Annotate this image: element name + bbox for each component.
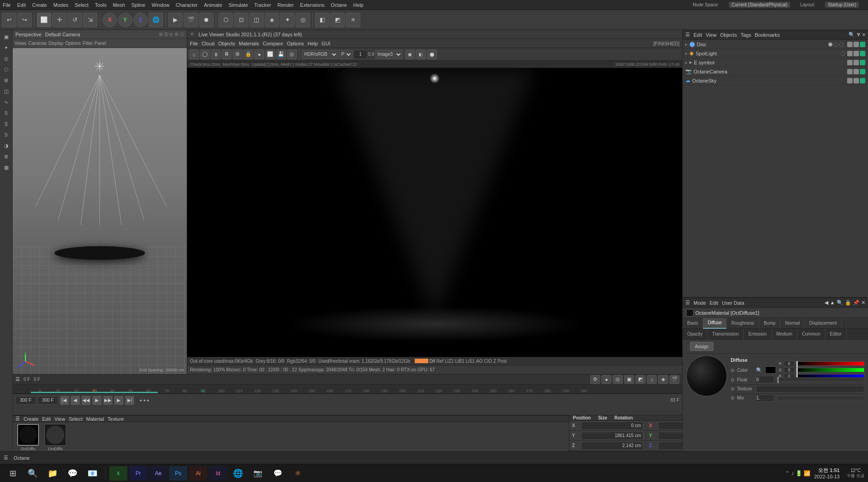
- oct-sphere[interactable]: ●: [254, 49, 264, 59]
- oct-frame[interactable]: ⬜: [265, 49, 275, 59]
- obj-mgr-bookmarks[interactable]: Bookmarks: [755, 32, 780, 38]
- start-frame-input[interactable]: [15, 396, 36, 404]
- world-btn[interactable]: 🌐: [149, 13, 163, 27]
- oct-rec6[interactable]: ⌂: [647, 375, 657, 384]
- viewport-mode[interactable]: Perspective: [15, 32, 41, 37]
- attr-color-radio[interactable]: ⊙: [731, 368, 734, 373]
- teams-button[interactable]: 💬: [63, 466, 82, 481]
- illustrator-button[interactable]: Ai: [189, 466, 207, 481]
- octane-menu-compare[interactable]: Compare: [262, 41, 283, 46]
- left-tool-3[interactable]: ⬡: [1, 64, 11, 74]
- octane-render-canvas[interactable]: [187, 68, 682, 357]
- attr-userdata-menu[interactable]: User Data: [722, 300, 745, 306]
- ch-post[interactable]: Post: [498, 359, 507, 364]
- r-slider-handle[interactable]: [796, 361, 798, 367]
- slack-button[interactable]: 💬: [269, 466, 287, 481]
- file-explorer-button[interactable]: 📁: [44, 466, 62, 481]
- light-btn[interactable]: ✦: [280, 13, 295, 27]
- menu-window[interactable]: Window: [152, 2, 170, 8]
- left-tool-2[interactable]: ◎: [1, 54, 11, 63]
- mat-menu-material[interactable]: Material: [86, 416, 104, 422]
- obj-search-icon[interactable]: 🔍: [849, 32, 855, 38]
- start-button[interactable]: ⊞: [4, 466, 22, 481]
- obj-filter-icon[interactable]: ⛛: [856, 32, 861, 38]
- excel-button[interactable]: X: [109, 466, 127, 481]
- mail-button[interactable]: 📧: [83, 466, 102, 481]
- deform-btn[interactable]: ◫: [249, 13, 264, 27]
- attr-edit-menu[interactable]: Edit: [710, 300, 718, 306]
- left-tool-7[interactable]: S: [1, 108, 11, 118]
- oct-rec7[interactable]: ◈: [658, 375, 668, 384]
- obj-mgr-objects[interactable]: Objects: [720, 32, 737, 38]
- menu-spline[interactable]: Spline: [131, 2, 145, 8]
- effector-btn[interactable]: ◈: [265, 13, 279, 27]
- obj-row-disc[interactable]: ▸ ⬤ Disc: [683, 40, 868, 49]
- pos-z-input[interactable]: [581, 442, 643, 450]
- cube-btn[interactable]: ⬡: [218, 13, 233, 27]
- tab-medium[interactable]: Medium: [772, 329, 798, 340]
- menu-file[interactable]: File: [3, 2, 11, 8]
- menu-extensions[interactable]: Extensions: [300, 2, 325, 8]
- hair-btn[interactable]: ≡: [346, 13, 360, 27]
- left-tool-10[interactable]: ◑: [1, 141, 11, 151]
- layout-value[interactable]: Startup (User): [825, 2, 859, 8]
- octane-menu-file[interactable]: File: [190, 41, 198, 46]
- anim-btn[interactable]: ⏺: [199, 13, 213, 27]
- oct-rec3[interactable]: ◎: [613, 375, 623, 384]
- chrome-button[interactable]: 🌐: [229, 466, 247, 481]
- ch-ao[interactable]: AO: [476, 359, 482, 364]
- x-axis-btn[interactable]: X: [102, 13, 117, 27]
- left-tool-6[interactable]: ∿: [1, 97, 11, 107]
- float-slider-handle[interactable]: [777, 377, 779, 383]
- octane-taskbar-button[interactable]: ⚛: [289, 466, 307, 481]
- ch-ref[interactable]: Ref: [436, 359, 444, 364]
- oct-rec5[interactable]: ◩: [635, 375, 645, 384]
- timeline-ruler[interactable]: 0 10 20 30 40 50 60 70 80 90 100 110 120…: [13, 385, 682, 394]
- render-btn[interactable]: ▶: [168, 13, 183, 27]
- tab-opacity[interactable]: Opacity: [683, 329, 708, 340]
- tab-diffuse[interactable]: Diffuse: [703, 318, 727, 329]
- octcam-vis[interactable]: [847, 69, 853, 74]
- obj-row-spotlight[interactable]: ▸ ◉ SpotLight: [683, 49, 868, 58]
- ch-liz1[interactable]: LIZ1: [445, 359, 454, 364]
- attr-mode-menu[interactable]: Mode: [693, 300, 706, 306]
- esym-vis[interactable]: [847, 60, 853, 65]
- attr-color-swatch[interactable]: [765, 366, 776, 374]
- timeline-menu-icon[interactable]: ☰: [15, 376, 20, 382]
- g-slider-handle[interactable]: [796, 367, 798, 374]
- octane-close-icon[interactable]: ✕: [190, 31, 194, 37]
- samples-input[interactable]: [354, 50, 367, 59]
- oct-save[interactable]: 💾: [276, 49, 286, 59]
- left-tool-0[interactable]: ▣: [1, 32, 11, 42]
- menu-tools[interactable]: Tools: [95, 2, 107, 8]
- render-mode-dropdown[interactable]: PT: [339, 50, 353, 59]
- g-gradient-bar[interactable]: [796, 368, 864, 372]
- size-x-input[interactable]: [658, 422, 682, 430]
- go-start-btn[interactable]: |◀: [60, 396, 69, 405]
- ch-lib1[interactable]: LiB1: [455, 359, 464, 364]
- redo-btn[interactable]: ↪: [17, 13, 32, 27]
- attr-mix-radio[interactable]: ⊙: [731, 395, 734, 400]
- menu-edit[interactable]: Edit: [17, 2, 26, 8]
- spot-render[interactable]: [853, 51, 859, 56]
- sculpt-btn[interactable]: ◩: [330, 13, 345, 27]
- viewport-camera[interactable]: Default Camera: [45, 32, 80, 37]
- size-z-input[interactable]: [658, 442, 682, 450]
- camera-btn[interactable]: ◎: [296, 13, 310, 27]
- oct-pause[interactable]: ⏸: [211, 49, 221, 59]
- mat-menu-icon[interactable]: ☰: [15, 416, 20, 422]
- r-value[interactable]: [784, 361, 795, 366]
- octane-menu-materials[interactable]: Materials: [239, 41, 259, 46]
- tab-common[interactable]: Common: [797, 329, 825, 340]
- oct-view2[interactable]: ◧: [416, 49, 426, 59]
- attr-mix-value[interactable]: [756, 394, 774, 402]
- attr-float-radio[interactable]: ⊙: [731, 377, 734, 382]
- screen-capture-button[interactable]: 📷: [249, 466, 267, 481]
- tab-roughness[interactable]: Roughness: [727, 318, 759, 329]
- menu-modes[interactable]: Modes: [53, 2, 68, 8]
- attr-float-value[interactable]: [756, 376, 774, 383]
- pos-x-input[interactable]: [581, 422, 643, 430]
- octane-menu-objects[interactable]: Objects: [218, 41, 235, 46]
- z-axis-btn[interactable]: Z: [133, 13, 148, 27]
- attr-lock-icon[interactable]: 🔒: [845, 300, 851, 306]
